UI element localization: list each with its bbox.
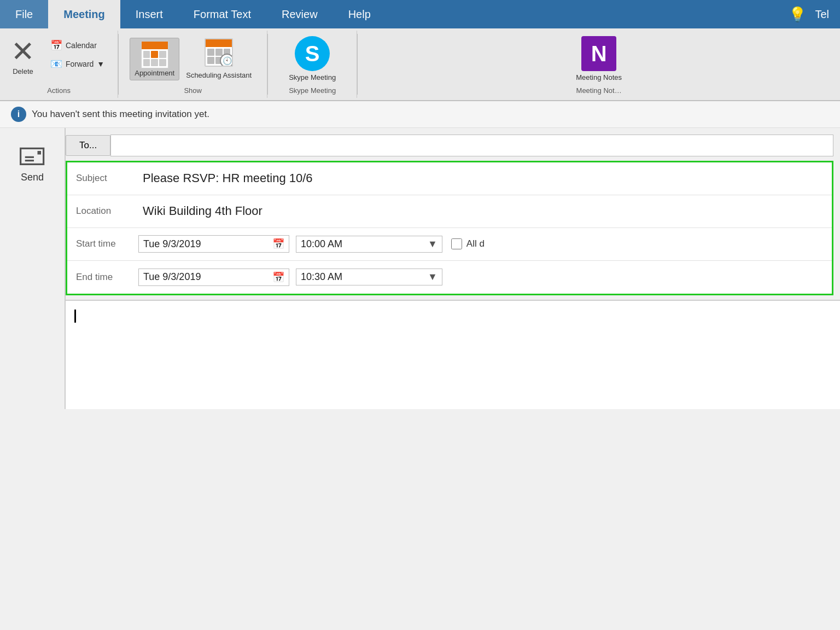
appt-cell bbox=[143, 51, 150, 58]
location-label: Location bbox=[67, 201, 138, 221]
end-time-input[interactable] bbox=[301, 271, 428, 283]
meeting-notes-group: N Meeting Notes Meeting Not… bbox=[358, 31, 840, 98]
start-date-input[interactable] bbox=[143, 238, 270, 250]
end-time-label: End time bbox=[67, 267, 138, 287]
forward-button[interactable]: 📧 Forward ▼ bbox=[48, 57, 107, 71]
ribbon-right-area: 💡 Tel bbox=[789, 0, 840, 28]
start-time-input[interactable] bbox=[301, 238, 428, 250]
actions-group: ✕ Delete 📅 Calendar 📧 Forward ▼ Actions bbox=[0, 31, 118, 98]
tab-review[interactable]: Review bbox=[266, 0, 333, 28]
end-date-input[interactable] bbox=[143, 271, 270, 283]
delete-label: Delete bbox=[13, 67, 33, 75]
show-group: Appointment 🕙 bbox=[119, 31, 267, 98]
actions-group-label: Actions bbox=[11, 86, 107, 95]
appt-icon-body bbox=[142, 49, 168, 68]
calendar-grid-icon: 📅 bbox=[50, 39, 62, 51]
all-day-wrapper: All d bbox=[451, 238, 485, 249]
forward-icon: 📧 bbox=[50, 58, 62, 70]
end-date-wrapper: 📅 bbox=[138, 269, 289, 286]
to-button[interactable]: To... bbox=[66, 135, 110, 156]
to-input-area[interactable] bbox=[110, 135, 833, 156]
calendar-button[interactable]: 📅 Calendar bbox=[48, 38, 107, 52]
sched-cell bbox=[215, 49, 223, 56]
send-envelope-icon: 🖃 bbox=[18, 139, 46, 172]
scheduling-label: Scheduling Assistant bbox=[186, 71, 252, 80]
appointment-icon bbox=[141, 40, 169, 69]
meeting-notes-button[interactable]: N Meeting Notes bbox=[571, 34, 626, 84]
send-label: Send bbox=[21, 172, 44, 183]
tab-format-text[interactable]: Format Text bbox=[178, 0, 266, 28]
start-date-wrapper: 📅 bbox=[138, 235, 289, 253]
all-day-label: All d bbox=[466, 238, 485, 249]
end-time-wrapper: ▼ bbox=[296, 269, 442, 285]
forward-dropdown-icon[interactable]: ▼ bbox=[97, 60, 104, 68]
show-group-label: Show bbox=[184, 86, 202, 95]
skype-label: Skype Meeting bbox=[289, 73, 336, 82]
sched-icon-header bbox=[206, 39, 232, 47]
appt-cell bbox=[159, 59, 166, 66]
meeting-notes-group-label: Meeting Not… bbox=[576, 86, 622, 95]
send-panel: 🖃 Send bbox=[0, 128, 66, 409]
end-time-row: End time 📅 ▼ bbox=[67, 261, 832, 294]
appt-cell bbox=[151, 59, 158, 66]
delete-button[interactable]: ✕ Delete bbox=[11, 36, 35, 75]
skype-group-label: Skype Meeting bbox=[289, 86, 336, 95]
appt-cell bbox=[159, 51, 166, 58]
end-calendar-icon[interactable]: 📅 bbox=[272, 271, 284, 283]
skype-group: S Skype Meeting Skype Meeting bbox=[268, 31, 357, 98]
start-time-dropdown-icon[interactable]: ▼ bbox=[428, 238, 438, 250]
tab-meeting[interactable]: Meeting bbox=[48, 0, 120, 28]
appt-cell bbox=[143, 59, 150, 66]
tab-help[interactable]: Help bbox=[333, 0, 386, 28]
scheduling-icon: 🕙 bbox=[205, 38, 233, 67]
tab-insert[interactable]: Insert bbox=[120, 0, 178, 28]
delete-x-icon: ✕ bbox=[11, 36, 35, 67]
onenote-icon: N bbox=[581, 36, 616, 71]
start-calendar-icon[interactable]: 📅 bbox=[272, 238, 284, 250]
tel-label: Tel bbox=[815, 8, 829, 21]
text-cursor bbox=[74, 310, 76, 323]
all-day-checkbox[interactable] bbox=[451, 238, 462, 249]
main-area: 🖃 Send To... Subject Location bbox=[0, 128, 840, 409]
start-time-row: Start time 📅 ▼ All d bbox=[67, 228, 832, 261]
scheduling-assistant-button[interactable]: 🕙 Scheduling Assistant bbox=[182, 36, 256, 82]
sched-cell bbox=[207, 57, 214, 64]
location-input[interactable] bbox=[138, 200, 832, 223]
appt-icon-header bbox=[142, 42, 168, 49]
show-btns: Appointment 🕙 bbox=[130, 34, 256, 84]
form-wrapper: Subject Location Start time 📅 bbox=[66, 156, 840, 300]
tab-file[interactable]: File bbox=[0, 0, 48, 28]
meeting-notes-label: Meeting Notes bbox=[576, 73, 622, 82]
notification-text: You haven't sent this meeting invitation… bbox=[32, 109, 209, 120]
subject-label: Subject bbox=[67, 168, 138, 188]
form-area: To... Subject Location Start time bbox=[66, 128, 840, 409]
forward-label: Forward bbox=[66, 60, 94, 68]
start-time-wrapper: ▼ bbox=[296, 236, 442, 253]
to-section: To... bbox=[66, 128, 840, 156]
ribbon-content: ✕ Delete 📅 Calendar 📧 Forward ▼ Actions bbox=[0, 28, 840, 101]
clock-overlay-icon: 🕙 bbox=[220, 54, 233, 67]
form-border: Subject Location Start time 📅 bbox=[66, 161, 833, 295]
info-icon: i bbox=[11, 107, 26, 122]
ribbon-tabs: File Meeting Insert Format Text Review H… bbox=[0, 0, 840, 28]
skype-icon: S bbox=[295, 36, 330, 71]
location-row: Location bbox=[67, 195, 832, 228]
calendar-label: Calendar bbox=[66, 41, 97, 50]
body-area[interactable] bbox=[66, 300, 840, 409]
appointment-button[interactable]: Appointment bbox=[130, 38, 179, 80]
subject-input[interactable] bbox=[138, 167, 832, 190]
send-button[interactable]: 🖃 Send bbox=[18, 139, 46, 183]
end-time-dropdown-icon[interactable]: ▼ bbox=[428, 271, 438, 283]
start-time-label: Start time bbox=[67, 234, 138, 254]
skype-meeting-button[interactable]: S Skype Meeting bbox=[284, 34, 340, 84]
sched-cell bbox=[207, 49, 214, 56]
appt-cell-highlight bbox=[151, 51, 158, 58]
notification-bar: i You haven't sent this meeting invitati… bbox=[0, 101, 840, 128]
subject-row: Subject bbox=[67, 162, 832, 195]
appointment-label: Appointment bbox=[135, 69, 174, 78]
lightbulb-icon: 💡 bbox=[789, 6, 806, 23]
